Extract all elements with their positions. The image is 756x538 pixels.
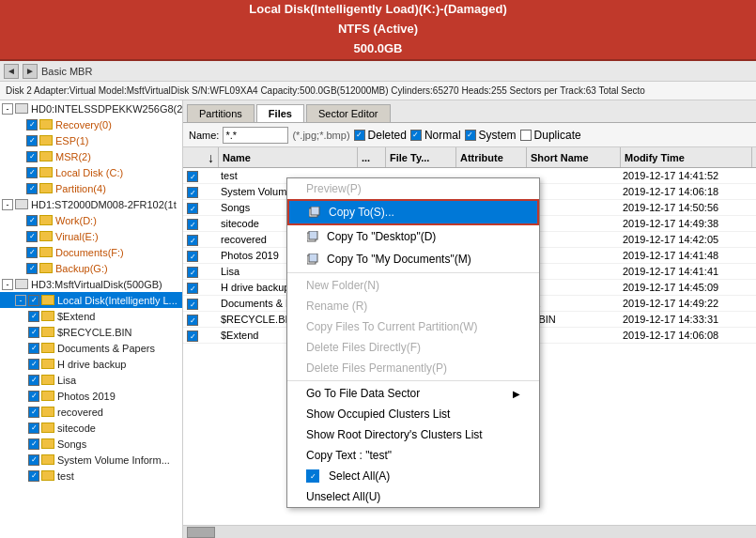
- row-checkbox[interactable]: ✓: [187, 267, 198, 278]
- ctx-item-copy-desktop[interactable]: Copy To "Desktop"(D): [287, 225, 539, 248]
- checkbox-lisa[interactable]: ✓: [28, 375, 39, 386]
- horizontal-scrollbar[interactable]: [183, 525, 756, 538]
- row-checkbox[interactable]: ✓: [187, 203, 198, 214]
- col-header-attribute[interactable]: Attribute: [456, 147, 527, 167]
- checkbox-test[interactable]: ✓: [28, 470, 39, 482]
- checkbox-songs[interactable]: ✓: [28, 438, 39, 450]
- checkbox-srecycle[interactable]: ✓: [28, 327, 39, 338]
- sidebar-item-recovered[interactable]: ✓ recovered: [0, 404, 182, 420]
- sidebar-item-lisa[interactable]: ✓ Lisa: [0, 372, 182, 388]
- row-checkbox[interactable]: ✓: [187, 187, 198, 198]
- row-checkbox[interactable]: ✓: [187, 251, 198, 262]
- checkbox-sextend[interactable]: ✓: [28, 311, 39, 322]
- folder-icon-sextend: [41, 311, 54, 321]
- sidebar-item-localintel[interactable]: - ✓ Local Disk(Intelligently L...: [0, 292, 182, 308]
- sidebar-item-hd3[interactable]: - HD3:MsftVirtualDisk(500GB): [0, 276, 182, 292]
- sidebar-item-docpapers[interactable]: ✓ Documents & Papers: [0, 340, 182, 356]
- ctx-item-copy-current[interactable]: Copy Files To Current Partition(W): [287, 316, 539, 337]
- folder-icon-recovered: [41, 407, 54, 417]
- ctx-separator-1: [287, 272, 539, 273]
- ctx-icon-copyto: [308, 205, 323, 220]
- tab-partitions[interactable]: Partitions: [187, 104, 255, 122]
- sidebar-item-recovery[interactable]: ✓ Recovery(0): [0, 116, 182, 132]
- scroll-thumb[interactable]: [187, 527, 215, 538]
- sidebar-item-hd0[interactable]: - HD0:INTELSSDPEKKW256G8(2: [0, 100, 182, 116]
- row-checkbox[interactable]: ✓: [187, 219, 198, 230]
- ctx-item-preview[interactable]: Preview(P): [287, 178, 539, 199]
- forward-button[interactable]: ►: [23, 64, 38, 79]
- row-checkbox[interactable]: ✓: [187, 330, 198, 342]
- checkbox-workd[interactable]: ✓: [26, 215, 38, 226]
- col-header-dotdot[interactable]: ...: [358, 147, 386, 167]
- sidebar-item-photos2019[interactable]: ✓ Photos 2019: [0, 388, 182, 404]
- checkbox-duplicate[interactable]: [520, 130, 532, 141]
- checkbox-docpapers[interactable]: ✓: [28, 343, 39, 354]
- tree-toggle-localintel[interactable]: -: [15, 295, 26, 306]
- checkbox-sysvol[interactable]: ✓: [28, 454, 39, 466]
- col-header-name[interactable]: Name: [219, 147, 358, 167]
- sidebar-item-workd[interactable]: ✓ Work(D:): [0, 212, 182, 228]
- checkbox-backupg[interactable]: ✓: [26, 263, 38, 274]
- sidebar-item-partition4[interactable]: ✓ Partition(4): [0, 180, 182, 196]
- filter-name-input[interactable]: [223, 127, 288, 144]
- ctx-item-rename[interactable]: Rename (R): [287, 296, 539, 316]
- ctx-item-unselect-all[interactable]: Unselect All(U): [287, 486, 539, 507]
- col-header-sort[interactable]: ↓: [204, 147, 219, 167]
- tab-sector-editor[interactable]: Sector Editor: [306, 104, 391, 122]
- checkbox-viruale[interactable]: ✓: [26, 231, 38, 242]
- sidebar-item-documentsf[interactable]: ✓ Documents(F:): [0, 244, 182, 260]
- checkbox-esp[interactable]: ✓: [26, 135, 38, 146]
- checkbox-photos2019[interactable]: ✓: [28, 391, 39, 402]
- checkbox-sitecode[interactable]: ✓: [28, 423, 39, 434]
- row-checkbox[interactable]: ✓: [187, 315, 198, 326]
- tab-files[interactable]: Files: [256, 104, 304, 122]
- sidebar-item-hd1[interactable]: - HD1:ST2000DM008-2FR102(1t: [0, 196, 182, 212]
- ctx-item-select-all[interactable]: ✓ Select All(A): [287, 466, 539, 486]
- sidebar-item-songs[interactable]: ✓ Songs: [0, 436, 182, 452]
- ctx-item-delete-directly[interactable]: Delete Files Directly(F): [287, 337, 539, 358]
- checkbox-documentsf[interactable]: ✓: [26, 247, 38, 258]
- checkbox-partition4[interactable]: ✓: [26, 183, 38, 194]
- sidebar-item-srecycle[interactable]: ✓ $RECYCLE.BIN: [0, 324, 182, 340]
- back-button[interactable]: ◄: [4, 64, 19, 79]
- checkbox-localintel[interactable]: ✓: [28, 295, 39, 306]
- sidebar-item-sysvol[interactable]: ✓ System Volume Inform...: [0, 452, 182, 468]
- tree-toggle-hd3[interactable]: -: [2, 279, 13, 290]
- sidebar-item-esp[interactable]: ✓ ESP(1): [0, 132, 182, 148]
- sidebar-item-localc[interactable]: ✓ Local Disk (C:): [0, 164, 182, 180]
- tree-toggle-hd0[interactable]: -: [2, 103, 13, 115]
- sidebar-item-hdrivebackup[interactable]: ✓ H drive backup: [0, 356, 182, 372]
- checkbox-normal[interactable]: ✓: [410, 130, 422, 141]
- checkbox-recovered[interactable]: ✓: [28, 407, 39, 418]
- checkbox-deleted[interactable]: ✓: [354, 130, 365, 141]
- col-header-shortname[interactable]: Short Name: [527, 147, 621, 167]
- ctx-item-delete-perm[interactable]: Delete Files Permanently(P): [287, 358, 539, 378]
- checkbox-hdrivebackup[interactable]: ✓: [28, 359, 39, 370]
- sidebar-item-test[interactable]: ✓ test: [0, 468, 182, 484]
- checkbox-system[interactable]: ✓: [465, 130, 476, 141]
- sidebar-item-msr[interactable]: ✓ MSR(2): [0, 148, 182, 164]
- ctx-item-copy-mydocs[interactable]: Copy To "My Documents"(M): [287, 248, 539, 270]
- row-checkbox[interactable]: ✓: [187, 283, 198, 294]
- row-checkbox[interactable]: ✓: [187, 171, 198, 182]
- ctx-item-copyto[interactable]: Copy To(S)...: [287, 199, 539, 225]
- sidebar-item-backupg[interactable]: ✓ Backup(G:): [0, 260, 182, 276]
- row-checkbox[interactable]: ✓: [187, 299, 198, 310]
- sidebar-item-sextend[interactable]: ✓ $Extend: [0, 308, 182, 324]
- checkbox-msr[interactable]: ✓: [26, 151, 38, 162]
- tree-toggle-hd1[interactable]: -: [2, 199, 13, 210]
- row-checkbox[interactable]: ✓: [187, 235, 198, 246]
- filter-name-label: Name:: [189, 130, 219, 141]
- ctx-item-show-root[interactable]: Show Root Directory's Clusters List: [287, 424, 539, 445]
- ctx-item-copy-text[interactable]: Copy Text : "test": [287, 445, 539, 466]
- col-header-filetype[interactable]: File Ty...: [386, 147, 456, 167]
- checkbox-recovery[interactable]: ✓: [26, 119, 38, 131]
- checkbox-localc[interactable]: ✓: [26, 167, 38, 178]
- sidebar-item-viruale[interactable]: ✓ Virual(E:): [0, 228, 182, 244]
- ctx-item-goto-sector[interactable]: Go To File Data Sector ▶: [287, 383, 539, 404]
- col-header-modtime[interactable]: Modify Time: [621, 147, 752, 167]
- ctx-item-show-occupied[interactable]: Show Occupied Clusters List: [287, 404, 539, 424]
- ctx-label-copy-desktop: Copy To "Desktop"(D): [327, 230, 436, 243]
- sidebar-item-sitecode[interactable]: ✓ sitecode: [0, 420, 182, 436]
- ctx-item-new-folder[interactable]: New Folder(N): [287, 275, 539, 296]
